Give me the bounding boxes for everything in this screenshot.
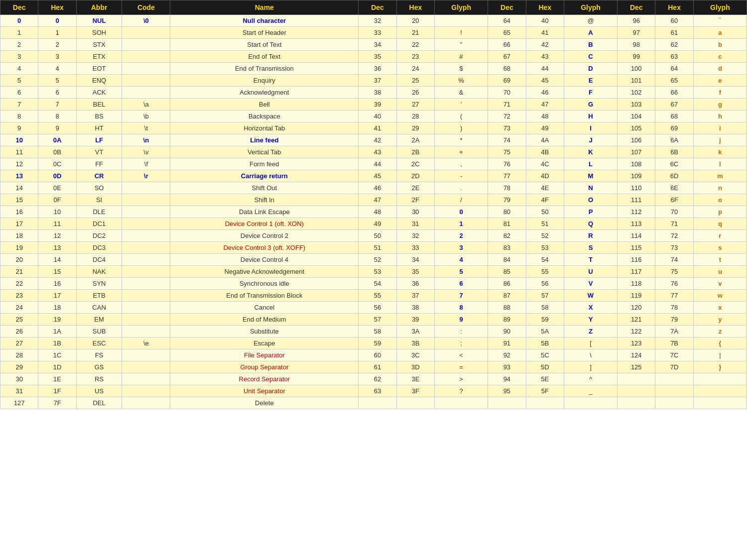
table-row: 1812DC2Device Control 2503228252R11472r — [0, 230, 747, 242]
table-row: 140ESOShift Out462E.784EN1106En — [0, 182, 747, 194]
table-row: 2014DC4Device Control 4523448454T11674t — [0, 254, 747, 266]
col-dec4: Dec — [618, 0, 655, 15]
table-row: 261ASUBSubstitute583A:905AZ1227Az — [0, 326, 747, 337]
table-row: 311FUSUnit Separator633F?955F_ — [0, 385, 747, 397]
header-row: Dec Hex Abbr Code Name Dec Hex Glyph Dec… — [0, 0, 747, 15]
table-row: 281CFSFile Separator603C<925C\1247C| — [0, 349, 747, 361]
table-row: 130DCR\rCarriage return452D-774DM1096Dm — [0, 170, 747, 182]
table-row: 291DGSGroup Separator613D=935D]1257D} — [0, 361, 747, 373]
col-glyph4: Glyph — [693, 0, 747, 15]
table-row: 44EOTEnd of Transmission3624$6844D10064d — [0, 63, 747, 75]
col-name: Name — [170, 0, 359, 15]
table-row: 2216SYNSynchronous idle543668656V11876v — [0, 278, 747, 290]
table-row: 00NUL\0Null character32206440@9660` — [0, 15, 747, 27]
table-row: 66ACKAcknowledgment3826&7046F10266f — [0, 87, 747, 99]
table-row: 55ENQEnquiry3725%6945E10165e — [0, 75, 747, 87]
table-row: 1913DC3Device Control 3 (oft. XOFF)51333… — [0, 242, 747, 254]
table-row: 120CFF\fForm feed442C,764CL1086Cl — [0, 158, 747, 170]
table-row: 100ALF\nLine feed422A*744AJ1066Aj — [0, 134, 747, 146]
table-row: 22STXStart of Text3422"6642B9862b — [0, 39, 747, 51]
table-row: 110BVT\vVertical Tab432B+754BK1076Bk — [0, 146, 747, 158]
col-abbr: Abbr — [76, 0, 122, 15]
table-row: 2115NAKNegative Acknowledgement533558555… — [0, 266, 747, 278]
table-row: 2317ETBEnd of Transmission Block55377875… — [0, 290, 747, 302]
table-row: 33ETXEnd of Text3523#6743C9963c — [0, 51, 747, 63]
table-row: 301ERSRecord Separator623E>945E^ — [0, 373, 747, 385]
col-glyph3: Glyph — [564, 0, 617, 15]
col-code: Code — [122, 0, 170, 15]
ascii-table: Dec Hex Abbr Code Name Dec Hex Glyph Dec… — [0, 0, 747, 409]
col-dec2: Dec — [359, 0, 396, 15]
table-row: 271BESC\eEscape593B;915B[1237B{ — [0, 337, 747, 349]
table-row: 2519EMEnd of Medium573998959Y12179y — [0, 314, 747, 326]
col-hex4: Hex — [655, 0, 693, 15]
table-row: 150FSIShift In472F/794FO1116Fo — [0, 194, 747, 206]
table-row: 1610DLEData Link Escape483008050P11270p — [0, 206, 747, 218]
table-row: 11SOHStart of Header3321!6541A9761a — [0, 27, 747, 39]
col-glyph2: Glyph — [435, 0, 488, 15]
col-dec1: Dec — [0, 0, 38, 15]
table-row: 2418CANCancel563888858X12078x — [0, 302, 747, 314]
table-row: 1711DC1Device Control 1 (oft. XON)493118… — [0, 218, 747, 230]
col-hex3: Hex — [526, 0, 564, 15]
col-hex1: Hex — [38, 0, 76, 15]
col-hex2: Hex — [396, 0, 434, 15]
table-row: 77BEL\aBell3927'7147G10367g — [0, 99, 747, 111]
table-row: 99HT\tHorizontal Tab4129)7349I10569i — [0, 122, 747, 134]
table-row: 88BS\bBackspace4028(7248H10468h — [0, 111, 747, 122]
table-row: 1277FDELDelete — [0, 397, 747, 409]
col-dec3: Dec — [488, 0, 526, 15]
